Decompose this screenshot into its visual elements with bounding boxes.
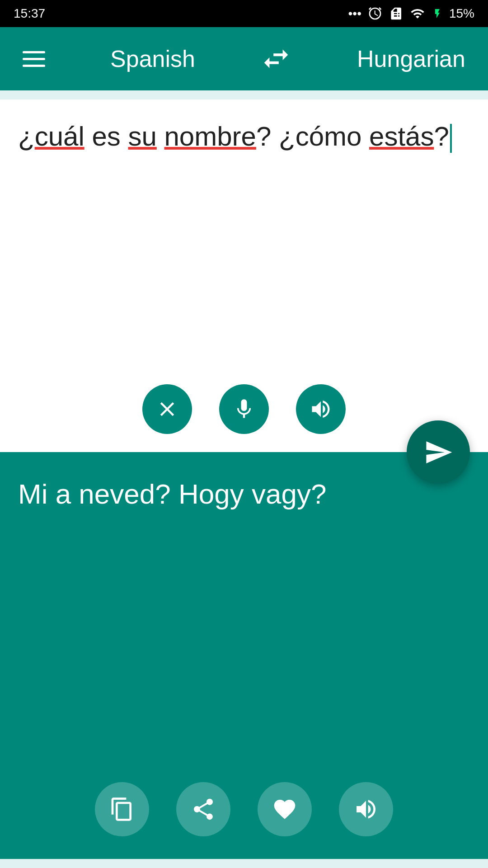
target-language-label[interactable]: Hungarian — [357, 45, 465, 72]
toolbar: Spanish Hungarian — [0, 27, 488, 90]
signal-icon — [409, 6, 426, 21]
clear-button[interactable] — [142, 384, 192, 434]
source-action-buttons — [18, 371, 470, 439]
source-panel: ¿cuál es su nombre? ¿cómo estás? — [0, 99, 488, 452]
main-content: ¿cuál es su nombre? ¿cómo estás? Mi a ne… — [0, 99, 488, 859]
speak-source-button[interactable] — [296, 384, 346, 434]
source-word-nombre: nombre — [164, 121, 256, 151]
battery-text: 15% — [449, 6, 474, 21]
status-icons: ••• 15% — [348, 6, 474, 21]
target-panel: Mi a neved? Hogy vagy? — [0, 452, 488, 859]
favorite-button[interactable] — [258, 782, 312, 836]
sim-icon — [389, 6, 403, 21]
source-word-cual: cuál — [35, 121, 84, 151]
status-bar: 15:37 ••• 15% — [0, 0, 488, 27]
microphone-button[interactable] — [219, 384, 269, 434]
source-word-estas: estás — [369, 121, 434, 151]
target-text-display: Mi a neved? Hogy vagy? — [18, 475, 470, 514]
alarm-icon — [368, 6, 382, 21]
target-action-buttons — [18, 769, 470, 841]
speak-translation-button[interactable] — [339, 782, 393, 836]
share-button[interactable] — [176, 782, 230, 836]
swap-languages-button[interactable] — [260, 43, 292, 75]
status-time: 15:37 — [14, 6, 45, 21]
dots-icon: ••• — [348, 6, 361, 21]
source-language-label[interactable]: Spanish — [110, 45, 195, 72]
menu-button[interactable] — [23, 51, 45, 67]
charging-icon — [432, 6, 443, 21]
source-word-su: su — [128, 121, 156, 151]
translate-button[interactable] — [407, 420, 470, 484]
source-text-display[interactable]: ¿cuál es su nombre? ¿cómo estás? — [18, 118, 470, 371]
text-cursor — [450, 124, 452, 153]
copy-button[interactable] — [95, 782, 149, 836]
